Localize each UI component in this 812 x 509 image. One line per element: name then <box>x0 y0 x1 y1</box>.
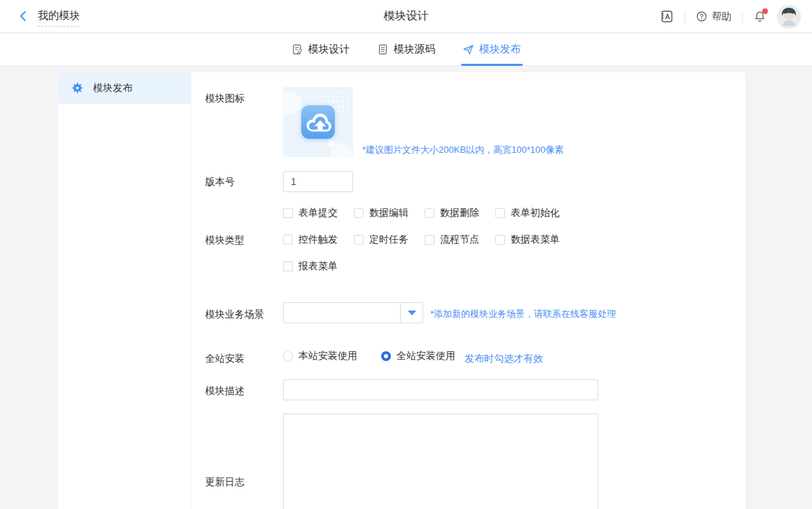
radio-checked-icon <box>381 351 391 361</box>
paper-plane-icon <box>462 43 474 55</box>
module-publish-panel: 模块发布 模块图标 <box>58 72 745 509</box>
help-label: 帮助 <box>712 11 731 23</box>
radio-label: 本站安装使用 <box>298 350 357 362</box>
checkbox-icon <box>283 235 293 245</box>
radio-sitewide-install[interactable]: 全站安装使用 <box>381 350 455 362</box>
user-avatar[interactable] <box>777 5 801 29</box>
checkbox-icon <box>495 208 505 218</box>
notification-button[interactable] <box>753 10 766 23</box>
cloud-upload-icon <box>301 105 335 139</box>
checkbox-timed-task[interactable]: 定时任务 <box>354 233 425 246</box>
header-divider <box>742 11 743 22</box>
checkbox-data-edit[interactable]: 数据编辑 <box>354 207 425 219</box>
checkbox-label: 报表菜单 <box>298 260 338 273</box>
checkbox-icon <box>425 235 434 245</box>
install-radio-group: 本站安装使用 全站安装使用 <box>283 350 455 362</box>
checkbox-datatable-menu[interactable]: 数据表菜单 <box>495 233 560 246</box>
radio-label: 全站安装使用 <box>397 350 455 362</box>
install-label: 全站安装 <box>205 353 245 365</box>
checkbox-label: 表单提交 <box>298 207 338 219</box>
tab-module-source[interactable]: 模块源码 <box>377 34 436 66</box>
checkbox-icon <box>354 235 364 245</box>
question-circle-icon <box>696 11 708 22</box>
checkbox-label: 流程节点 <box>440 233 479 246</box>
changelog-label: 更新日志 <box>205 476 245 489</box>
active-tab-underline <box>461 64 523 66</box>
sidebar: 模块发布 <box>58 72 191 509</box>
checkbox-data-delete[interactable]: 数据删除 <box>425 207 495 219</box>
radio-unchecked-icon <box>283 351 293 361</box>
checkbox-icon <box>425 208 434 218</box>
module-icon-upload[interactable] <box>283 87 353 157</box>
sidebar-item-label: 模块发布 <box>93 82 132 95</box>
scenario-label: 模块业务场景 <box>205 308 264 321</box>
description-label: 模块描述 <box>205 385 245 398</box>
version-label: 版本号 <box>205 176 235 189</box>
sidebar-item-module-publish[interactable]: 模块发布 <box>58 72 191 104</box>
decorative-bubble <box>328 140 335 147</box>
tab-module-publish[interactable]: 模块发布 <box>462 34 521 66</box>
description-input[interactable] <box>283 379 598 400</box>
checkbox-label: 数据删除 <box>440 207 479 219</box>
version-input[interactable] <box>283 171 353 192</box>
tab-label: 模块发布 <box>479 43 521 56</box>
module-tabbar: 模块设计 模块源码 模块发布 <box>0 34 812 66</box>
document-edit-icon <box>291 43 303 55</box>
radio-local-install[interactable]: 本站安装使用 <box>283 350 357 362</box>
decorative-bubble <box>283 91 301 115</box>
checkbox-control-trigger[interactable]: 控件触发 <box>283 233 354 246</box>
checkbox-icon <box>354 208 364 218</box>
checkbox-form-init[interactable]: 表单初始化 <box>495 207 560 219</box>
icon-size-note: *建议图片文件大小200KB以内，高宽100*100像素 <box>362 144 564 156</box>
checkbox-label: 数据编辑 <box>369 207 408 219</box>
tab-label: 模块源码 <box>394 43 436 56</box>
checkbox-icon <box>283 262 293 271</box>
checkbox-label: 控件触发 <box>298 233 338 246</box>
checkbox-icon <box>495 235 505 245</box>
dropdown-arrow-button[interactable] <box>400 303 422 323</box>
checkbox-label: 数据表菜单 <box>511 233 560 246</box>
chevron-down-icon <box>408 311 416 315</box>
changelog-textarea[interactable] <box>283 414 598 509</box>
scenario-note: *添加新的模块业务场景，请联系在线客服处理 <box>430 308 616 320</box>
module-icon-label: 模块图标 <box>205 93 245 105</box>
install-hint-link[interactable]: 发布时勾选才有效 <box>465 353 543 365</box>
notification-badge <box>762 8 768 14</box>
checkbox-flow-node[interactable]: 流程节点 <box>425 233 495 246</box>
module-type-label: 模块类型 <box>205 234 245 247</box>
translate-icon[interactable] <box>659 9 674 24</box>
tab-label: 模块设计 <box>308 43 350 56</box>
scenario-select[interactable] <box>283 302 423 323</box>
checkbox-form-submit[interactable]: 表单提交 <box>283 207 354 219</box>
app-header: 我的模块 模块设计 帮助 <box>0 0 812 33</box>
help-button[interactable]: 帮助 <box>696 11 731 23</box>
module-type-checkbox-group: 表单提交 数据编辑 数据删除 表单初始化 控件触发 定时任务 流程节点 数据表菜… <box>283 207 560 273</box>
tab-module-design[interactable]: 模块设计 <box>291 34 350 66</box>
header-divider <box>684 11 685 22</box>
gear-icon <box>71 82 83 94</box>
checkbox-report-menu[interactable]: 报表菜单 <box>283 260 354 273</box>
document-icon <box>377 43 389 55</box>
checkbox-icon <box>283 208 293 218</box>
checkbox-label: 表单初始化 <box>511 207 560 219</box>
checkbox-label: 定时任务 <box>369 233 408 246</box>
